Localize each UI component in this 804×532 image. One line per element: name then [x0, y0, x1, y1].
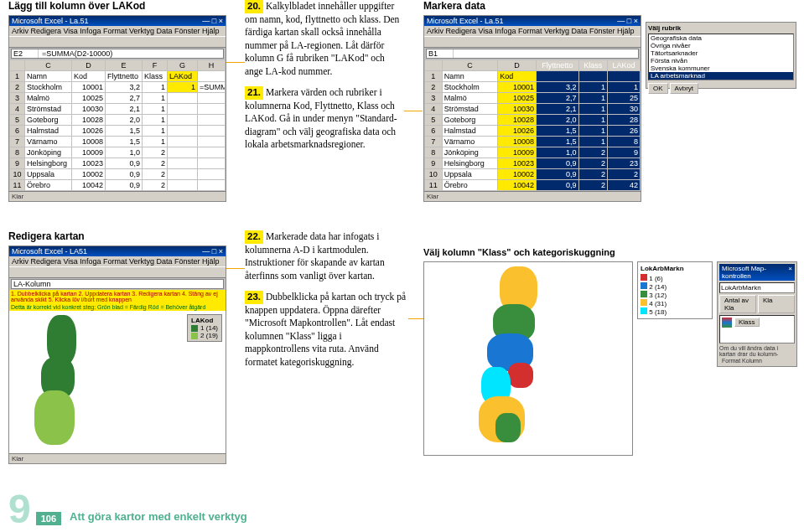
- dialog-title: Välj rubrik: [648, 24, 794, 32]
- cell: [578, 71, 607, 82]
- status-bar: Klar: [9, 191, 226, 201]
- dialog-list: Geografiska data Övriga nivåer Tätortsar…: [648, 34, 794, 80]
- cell: 2: [607, 169, 640, 180]
- cell: 1,5: [106, 126, 143, 137]
- list-item[interactable]: Övriga nivåer: [649, 42, 793, 49]
- cell: [537, 71, 578, 82]
- cell: 10008: [72, 137, 106, 147]
- cell: [607, 71, 640, 82]
- cell: 10028: [498, 115, 537, 126]
- col-header: G: [168, 60, 198, 71]
- row-num: 7: [425, 137, 443, 147]
- cell: 2: [578, 180, 607, 191]
- step-22: 22.Markerade data har infogats i kolumne…: [245, 230, 408, 282]
- list-item[interactable]: Geografiska data: [649, 34, 793, 42]
- cell: 1: [578, 126, 607, 137]
- dialog-title: Microsoft Map-kontrollen: [722, 265, 788, 280]
- chapter-title: Att göra kartor med enkelt verktyg: [70, 510, 247, 525]
- cell: [168, 104, 198, 115]
- cell: 30: [607, 104, 640, 115]
- page-footer: 9 106 Att göra kartor med enkelt verktyg: [8, 493, 247, 525]
- cell: 2,7: [106, 93, 143, 104]
- column-chip-klass[interactable]: Klass: [734, 318, 760, 327]
- cell: [168, 137, 198, 147]
- row-num: 4: [425, 104, 443, 115]
- cell: 2: [143, 147, 168, 158]
- row-num: 7: [10, 137, 25, 147]
- cell: 1: [578, 104, 607, 115]
- window-controls: — □ ×: [202, 247, 223, 256]
- status-bar: Klar: [9, 453, 226, 463]
- map-canvas[interactable]: [424, 262, 632, 455]
- instruction-strip: Detta är korrekt vid konkret steg: Grön …: [9, 303, 226, 311]
- cell: 10002: [72, 169, 106, 180]
- column-chip[interactable]: Kla: [758, 295, 795, 313]
- col-header-sel: LAKod: [607, 60, 640, 71]
- cell: Strömstad: [25, 104, 72, 115]
- screenshot-excel-selection: Microsoft Excel - La.51 — □ × Arkiv Redi…: [423, 15, 641, 202]
- close-icon[interactable]: ×: [788, 265, 792, 280]
- step-21: 21.Markera värden och rubriker i kolumne…: [245, 86, 404, 152]
- cell: 0,9: [537, 180, 578, 191]
- row-num: 11: [10, 180, 25, 191]
- row-num: 1: [425, 71, 443, 82]
- cell: 2,0: [537, 115, 578, 126]
- formula-value: =SUMMA(D2-10000): [39, 49, 112, 58]
- cell: 3,2: [106, 82, 143, 93]
- cancel-button[interactable]: Avbryt: [670, 83, 699, 94]
- step-text: Dubbelklicka på kartan och tryck på knap…: [245, 292, 406, 367]
- cell: [198, 115, 226, 126]
- list-item[interactable]: Svenska kommuner: [649, 65, 793, 72]
- map-control-dropzone[interactable]: Klass: [719, 315, 795, 343]
- toolbar: [9, 36, 226, 48]
- dialog-buttons: OK Avbryt: [648, 83, 794, 94]
- cell: [168, 169, 198, 180]
- window-titlebar: Microsoft Excel - La.51 — □ ×: [9, 16, 226, 26]
- cell: 10001: [498, 82, 537, 93]
- cell: 28: [607, 115, 640, 126]
- cell: 25: [607, 93, 640, 104]
- cell: [168, 158, 198, 169]
- dialog-titlebar: Microsoft Map-kontrollen×: [719, 264, 795, 281]
- col-header: C: [25, 60, 72, 71]
- cell: Namn: [442, 71, 498, 82]
- cell: Jönköping: [442, 147, 498, 158]
- cell: 1: [578, 137, 607, 147]
- cell: [168, 180, 198, 191]
- row-num: 9: [10, 158, 25, 169]
- row-num: 6: [425, 126, 443, 137]
- row-num: 5: [10, 115, 25, 126]
- legend-title: LAKod: [191, 317, 218, 324]
- cell: 1,0: [106, 147, 143, 158]
- list-item[interactable]: Tätortsarknader: [649, 49, 793, 57]
- window-title: Microsoft Excel - La.51: [12, 17, 89, 25]
- cell: 0,9: [106, 180, 143, 191]
- cell: [198, 158, 226, 169]
- cell: 0,9: [537, 169, 578, 180]
- legend-item: 2 (14): [641, 282, 709, 291]
- ok-button[interactable]: OK: [648, 83, 668, 94]
- cell: 10009: [72, 147, 106, 158]
- toolbar: [424, 36, 641, 48]
- window-controls: — □ ×: [617, 17, 638, 25]
- cell: 8: [607, 137, 640, 147]
- cell: 2,7: [537, 93, 578, 104]
- row-num: 4: [10, 104, 25, 115]
- list-item-selected[interactable]: LA arbetsmarknad: [649, 72, 793, 80]
- cell: 10023: [72, 158, 106, 169]
- legend-item: 1 (14): [191, 324, 218, 332]
- cell: Örebro: [25, 180, 72, 191]
- step-number: 21.: [245, 86, 263, 100]
- dialog-select-heading: Välj rubrik Geografiska data Övriga nivå…: [646, 22, 796, 89]
- list-item[interactable]: Första nivån: [649, 57, 793, 65]
- cell: 10026: [498, 126, 537, 137]
- cell: 10025: [72, 93, 106, 104]
- cell: [168, 115, 198, 126]
- column-chip[interactable]: Antal av Kla: [719, 295, 756, 313]
- cell: 2: [578, 158, 607, 169]
- window-controls: — □ ×: [202, 17, 223, 25]
- cell: Strömstad: [442, 104, 498, 115]
- heading-mark-data: Markera data: [423, 0, 485, 12]
- map-canvas[interactable]: LAKod 1 (14) 2 (19): [9, 311, 226, 453]
- col-header-blank: [425, 60, 443, 71]
